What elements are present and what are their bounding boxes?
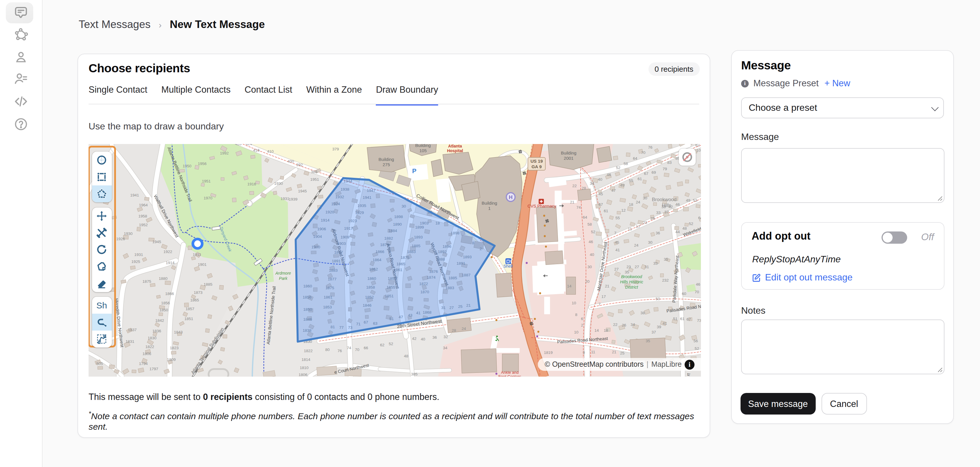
- svg-text:41: 41: [662, 321, 667, 326]
- svg-text:80: 80: [325, 347, 330, 352]
- svg-text:83: 83: [667, 160, 671, 165]
- svg-text:1950: 1950: [183, 164, 192, 168]
- svg-text:1873: 1873: [194, 290, 202, 295]
- svg-text:1809: 1809: [167, 357, 176, 362]
- svg-text:385: 385: [411, 372, 418, 376]
- svg-text:1880: 1880: [159, 276, 168, 281]
- svg-text:1822: 1822: [145, 344, 154, 349]
- svg-text:1930: 1930: [274, 181, 283, 186]
- svg-text:24: 24: [461, 327, 466, 331]
- svg-text:1916: 1916: [247, 182, 256, 186]
- svg-text:79: 79: [662, 167, 667, 171]
- svg-text:27: 27: [635, 265, 639, 269]
- svg-text:52: 52: [389, 342, 393, 346]
- svg-text:Ankle and: Ankle and: [501, 370, 519, 375]
- svg-text:388: 388: [311, 170, 318, 174]
- svg-text:40: 40: [598, 177, 603, 182]
- svg-text:28: 28: [452, 328, 456, 333]
- svg-text:55: 55: [628, 179, 633, 183]
- svg-text:66: 66: [364, 346, 368, 350]
- svg-text:45: 45: [615, 240, 619, 245]
- svg-text:1901: 1901: [198, 262, 207, 267]
- svg-text:34: 34: [590, 181, 594, 186]
- svg-text:Foot Centers: Foot Centers: [498, 374, 522, 377]
- svg-text:52: 52: [695, 346, 699, 351]
- svg-text:22: 22: [572, 184, 576, 188]
- svg-text:24: 24: [634, 243, 639, 247]
- svg-text:1794: 1794: [139, 362, 148, 366]
- svg-text:21: 21: [612, 350, 616, 354]
- svg-text:10: 10: [574, 330, 579, 335]
- svg-text:14: 14: [567, 284, 571, 288]
- svg-text:52: 52: [689, 222, 693, 226]
- svg-text:25: 25: [620, 351, 624, 355]
- svg-text:70: 70: [355, 347, 360, 352]
- svg-text:392: 392: [296, 163, 303, 167]
- svg-text:53: 53: [693, 198, 697, 202]
- svg-text:56: 56: [693, 339, 698, 343]
- svg-text:45: 45: [598, 192, 603, 196]
- svg-text:1837: 1837: [128, 328, 137, 332]
- svg-text:36: 36: [655, 231, 660, 235]
- svg-text:1842: 1842: [155, 318, 164, 323]
- svg-text:18: 18: [628, 202, 633, 207]
- svg-text:23: 23: [643, 220, 647, 225]
- svg-text:9: 9: [583, 351, 585, 355]
- svg-text:Hospital: Hospital: [447, 148, 463, 153]
- svg-text:39: 39: [657, 325, 661, 329]
- svg-text:1958: 1958: [138, 214, 147, 218]
- svg-text:1914: 1914: [166, 261, 175, 265]
- svg-text:27: 27: [614, 267, 619, 271]
- svg-text:60: 60: [682, 292, 686, 296]
- svg-text:74: 74: [576, 205, 581, 210]
- svg-text:CVS Pharmacy: CVS Pharmacy: [528, 204, 557, 209]
- svg-text:District: District: [625, 285, 638, 290]
- svg-text:74: 74: [347, 346, 352, 350]
- svg-text:424: 424: [246, 144, 252, 146]
- svg-text:21: 21: [605, 284, 609, 288]
- svg-text:76: 76: [648, 145, 652, 150]
- svg-text:33: 33: [656, 210, 660, 215]
- svg-text:Ardmore: Ardmore: [275, 271, 291, 276]
- svg-text:61: 61: [604, 209, 608, 213]
- svg-text:416: 416: [253, 148, 260, 153]
- svg-text:1823: 1823: [170, 346, 178, 350]
- svg-text:379: 379: [332, 147, 339, 151]
- svg-text:48: 48: [404, 354, 408, 358]
- svg-text:49: 49: [686, 198, 690, 202]
- svg-text:Brookwood: Brookwood: [621, 274, 642, 279]
- svg-text:31: 31: [644, 265, 649, 269]
- svg-text:55: 55: [615, 216, 620, 220]
- svg-text:38: 38: [640, 311, 645, 315]
- svg-text:34: 34: [630, 322, 635, 327]
- svg-text:1931: 1931: [134, 252, 143, 257]
- svg-text:67: 67: [644, 171, 648, 176]
- svg-text:1970: 1970: [204, 196, 213, 200]
- svg-text:Building: Building: [561, 150, 576, 155]
- svg-text:30: 30: [643, 196, 648, 200]
- svg-text:70: 70: [641, 150, 646, 155]
- svg-text:24: 24: [636, 200, 640, 204]
- svg-text:7: 7: [598, 302, 601, 306]
- svg-text:37: 37: [651, 330, 656, 335]
- svg-text:505: 505: [96, 362, 103, 366]
- svg-text:1856: 1856: [161, 301, 170, 305]
- svg-text:1926: 1926: [116, 237, 125, 241]
- svg-text:58: 58: [624, 161, 628, 166]
- svg-text:1836: 1836: [152, 329, 161, 333]
- svg-text:73: 73: [697, 318, 701, 323]
- svg-text:1850: 1850: [159, 308, 169, 312]
- svg-text:1: 1: [488, 206, 491, 211]
- svg-text:46: 46: [589, 240, 593, 244]
- svg-text:82: 82: [695, 144, 700, 147]
- svg-text:26: 26: [622, 323, 626, 327]
- svg-text:US 19: US 19: [530, 159, 543, 164]
- svg-text:410: 410: [267, 149, 274, 154]
- svg-text:1819: 1819: [544, 351, 553, 355]
- svg-text:32: 32: [443, 335, 448, 339]
- svg-text:35: 35: [646, 339, 650, 343]
- svg-text:1865: 1865: [190, 298, 199, 302]
- svg-text:64: 64: [633, 156, 637, 161]
- svg-text:1911: 1911: [192, 252, 201, 257]
- svg-text:1931: 1931: [280, 196, 289, 201]
